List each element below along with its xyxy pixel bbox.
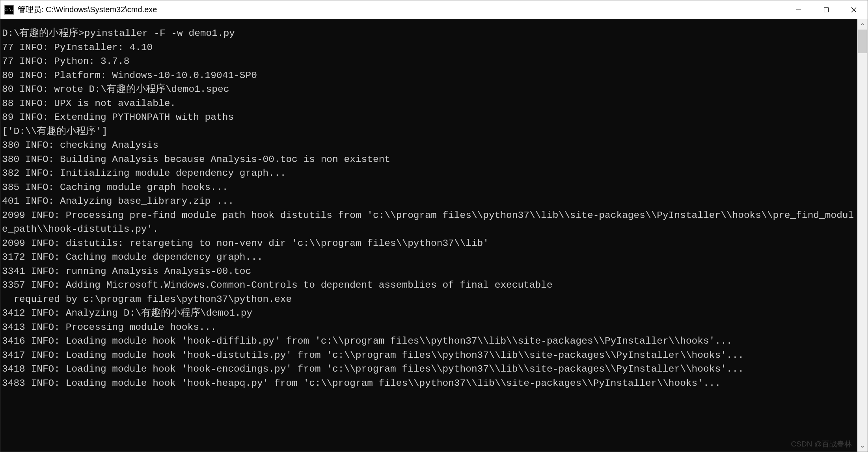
- titlebar[interactable]: C:\. 管理员: C:\Windows\System32\cmd.exe: [0, 0, 868, 19]
- svg-rect-1: [824, 7, 829, 12]
- close-button[interactable]: [840, 0, 868, 19]
- window-title: 管理员: C:\Windows\System32\cmd.exe: [18, 4, 785, 15]
- scroll-down-button[interactable]: [857, 441, 868, 452]
- cmd-window: C:\. 管理员: C:\Windows\System32\cmd.exe D:…: [0, 0, 868, 452]
- console-output[interactable]: D:\有趣的小程序>pyinstaller -F -w demo1.py 77 …: [0, 19, 857, 452]
- cmd-icon: C:\.: [4, 5, 14, 15]
- console-area: D:\有趣的小程序>pyinstaller -F -w demo1.py 77 …: [0, 19, 868, 452]
- scroll-up-button[interactable]: [857, 19, 868, 30]
- minimize-button[interactable]: [785, 0, 812, 19]
- window-controls: [785, 0, 868, 19]
- scroll-track[interactable]: [857, 30, 868, 441]
- maximize-button[interactable]: [812, 0, 840, 19]
- scrollbar[interactable]: [857, 19, 868, 452]
- scroll-thumb[interactable]: [858, 30, 867, 53]
